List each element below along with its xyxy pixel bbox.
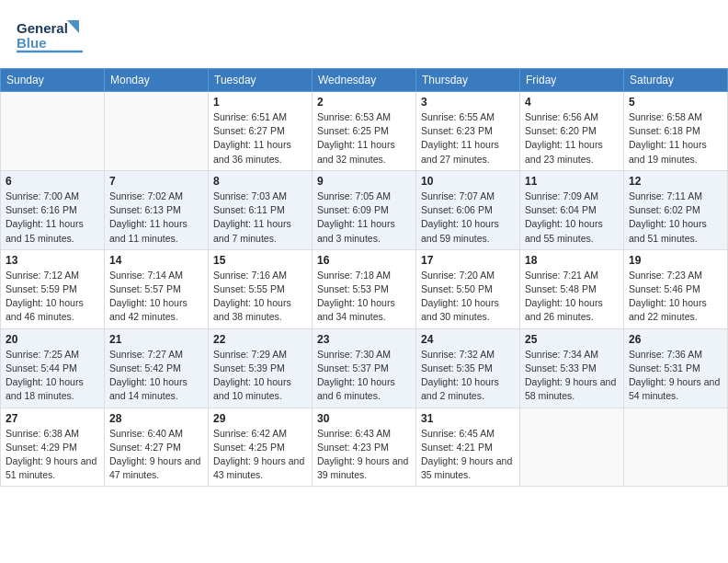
- calendar-table: SundayMondayTuesdayWednesdayThursdayFrid…: [0, 68, 728, 487]
- day-number: 14: [109, 254, 203, 267]
- day-info: Sunrise: 7:29 AMSunset: 5:39 PMDaylight:…: [213, 348, 307, 404]
- day-info: Sunrise: 6:42 AMSunset: 4:25 PMDaylight:…: [213, 427, 307, 483]
- page: General Blue SundayMondayTuesdayWednesda…: [0, 0, 728, 563]
- day-number: 29: [213, 412, 307, 425]
- weekday-header-saturday: Saturday: [624, 69, 728, 92]
- day-info: Sunrise: 6:38 AMSunset: 4:29 PMDaylight:…: [6, 427, 99, 483]
- day-info: Sunrise: 7:25 AMSunset: 5:44 PMDaylight:…: [6, 348, 99, 404]
- day-info: Sunrise: 7:18 AMSunset: 5:53 PMDaylight:…: [317, 269, 411, 325]
- day-info: Sunrise: 6:43 AMSunset: 4:23 PMDaylight:…: [317, 427, 411, 483]
- day-number: 5: [629, 96, 722, 109]
- calendar-cell: 7Sunrise: 7:02 AMSunset: 6:13 PMDaylight…: [105, 170, 209, 249]
- logo-icon: General Blue: [17, 13, 83, 57]
- day-number: 23: [317, 333, 411, 346]
- calendar-cell: 1Sunrise: 6:51 AMSunset: 6:27 PMDaylight…: [209, 92, 313, 171]
- calendar-cell: 18Sunrise: 7:21 AMSunset: 5:48 PMDayligh…: [520, 249, 624, 328]
- calendar-cell: 20Sunrise: 7:25 AMSunset: 5:44 PMDayligh…: [1, 328, 105, 408]
- day-number: 6: [6, 175, 99, 188]
- day-number: 9: [317, 175, 411, 188]
- day-info: Sunrise: 6:45 AMSunset: 4:21 PMDaylight:…: [421, 427, 515, 483]
- day-number: 11: [525, 175, 619, 188]
- day-info: Sunrise: 7:14 AMSunset: 5:57 PMDaylight:…: [109, 269, 203, 325]
- day-number: 13: [6, 254, 99, 267]
- day-number: 21: [109, 333, 203, 346]
- calendar-cell: 31Sunrise: 6:45 AMSunset: 4:21 PMDayligh…: [416, 408, 520, 487]
- calendar-cell: 17Sunrise: 7:20 AMSunset: 5:50 PMDayligh…: [416, 249, 520, 328]
- day-number: 12: [629, 175, 722, 188]
- day-info: Sunrise: 7:27 AMSunset: 5:42 PMDaylight:…: [109, 348, 203, 404]
- svg-text:General: General: [17, 20, 68, 36]
- calendar-cell: [520, 408, 624, 487]
- calendar-cell: 19Sunrise: 7:23 AMSunset: 5:46 PMDayligh…: [624, 249, 728, 328]
- day-number: 19: [629, 254, 722, 267]
- calendar-cell: [1, 92, 105, 171]
- day-number: 1: [213, 96, 307, 109]
- week-row-4: 20Sunrise: 7:25 AMSunset: 5:44 PMDayligh…: [1, 328, 728, 408]
- calendar-cell: [105, 92, 209, 171]
- day-info: Sunrise: 7:05 AMSunset: 6:09 PMDaylight:…: [317, 190, 411, 246]
- calendar-cell: 27Sunrise: 6:38 AMSunset: 4:29 PMDayligh…: [1, 408, 105, 487]
- day-number: 26: [629, 333, 722, 346]
- calendar-cell: 16Sunrise: 7:18 AMSunset: 5:53 PMDayligh…: [313, 249, 416, 328]
- calendar-cell: 21Sunrise: 7:27 AMSunset: 5:42 PMDayligh…: [105, 328, 209, 408]
- calendar-cell: 13Sunrise: 7:12 AMSunset: 5:59 PMDayligh…: [1, 249, 105, 328]
- day-info: Sunrise: 6:58 AMSunset: 6:18 PMDaylight:…: [629, 110, 722, 167]
- weekday-header-monday: Monday: [105, 69, 209, 92]
- weekday-header-wednesday: Wednesday: [313, 69, 416, 92]
- calendar-cell: 6Sunrise: 7:00 AMSunset: 6:16 PMDaylight…: [1, 170, 105, 249]
- calendar-cell: 8Sunrise: 7:03 AMSunset: 6:11 PMDaylight…: [209, 170, 313, 249]
- day-number: 16: [317, 254, 411, 267]
- day-info: Sunrise: 7:11 AMSunset: 6:02 PMDaylight:…: [629, 190, 722, 246]
- week-row-1: 1Sunrise: 6:51 AMSunset: 6:27 PMDaylight…: [1, 92, 728, 171]
- day-info: Sunrise: 7:07 AMSunset: 6:06 PMDaylight:…: [421, 190, 515, 246]
- day-number: 22: [213, 333, 307, 346]
- calendar-cell: 29Sunrise: 6:42 AMSunset: 4:25 PMDayligh…: [209, 408, 313, 487]
- svg-text:Blue: Blue: [17, 35, 47, 51]
- day-number: 8: [213, 175, 307, 188]
- day-info: Sunrise: 7:34 AMSunset: 5:33 PMDaylight:…: [525, 348, 619, 404]
- day-info: Sunrise: 7:02 AMSunset: 6:13 PMDaylight:…: [109, 190, 203, 246]
- day-number: 28: [109, 412, 203, 425]
- calendar-cell: 24Sunrise: 7:32 AMSunset: 5:35 PMDayligh…: [416, 328, 520, 408]
- calendar-cell: 2Sunrise: 6:53 AMSunset: 6:25 PMDaylight…: [313, 92, 416, 171]
- day-info: Sunrise: 6:51 AMSunset: 6:27 PMDaylight:…: [213, 110, 307, 167]
- day-number: 15: [213, 254, 307, 267]
- day-info: Sunrise: 6:40 AMSunset: 4:27 PMDaylight:…: [109, 427, 203, 483]
- day-number: 25: [525, 333, 619, 346]
- day-number: 27: [6, 412, 99, 425]
- day-number: 30: [317, 412, 411, 425]
- day-number: 10: [421, 175, 515, 188]
- day-info: Sunrise: 7:16 AMSunset: 5:55 PMDaylight:…: [213, 269, 307, 325]
- weekday-header-tuesday: Tuesday: [209, 69, 313, 92]
- day-number: 17: [421, 254, 515, 267]
- calendar-cell: 22Sunrise: 7:29 AMSunset: 5:39 PMDayligh…: [209, 328, 313, 408]
- weekday-header-row: SundayMondayTuesdayWednesdayThursdayFrid…: [1, 69, 728, 92]
- header: General Blue: [0, 0, 728, 68]
- calendar-cell: 5Sunrise: 6:58 AMSunset: 6:18 PMDaylight…: [624, 92, 728, 171]
- day-info: Sunrise: 7:21 AMSunset: 5:48 PMDaylight:…: [525, 269, 619, 325]
- calendar-cell: 4Sunrise: 6:56 AMSunset: 6:20 PMDaylight…: [520, 92, 624, 171]
- week-row-5: 27Sunrise: 6:38 AMSunset: 4:29 PMDayligh…: [1, 408, 728, 487]
- day-number: 18: [525, 254, 619, 267]
- calendar-cell: 26Sunrise: 7:36 AMSunset: 5:31 PMDayligh…: [624, 328, 728, 408]
- day-number: 4: [525, 96, 619, 109]
- day-number: 3: [421, 96, 515, 109]
- day-info: Sunrise: 7:20 AMSunset: 5:50 PMDaylight:…: [421, 269, 515, 325]
- calendar-cell: 10Sunrise: 7:07 AMSunset: 6:06 PMDayligh…: [416, 170, 520, 249]
- day-info: Sunrise: 7:09 AMSunset: 6:04 PMDaylight:…: [525, 190, 619, 246]
- day-number: 2: [317, 96, 411, 109]
- calendar-cell: 28Sunrise: 6:40 AMSunset: 4:27 PMDayligh…: [105, 408, 209, 487]
- day-info: Sunrise: 7:12 AMSunset: 5:59 PMDaylight:…: [6, 269, 99, 325]
- weekday-header-thursday: Thursday: [416, 69, 520, 92]
- day-info: Sunrise: 7:36 AMSunset: 5:31 PMDaylight:…: [629, 348, 722, 404]
- calendar-cell: 9Sunrise: 7:05 AMSunset: 6:09 PMDaylight…: [313, 170, 416, 249]
- weekday-header-sunday: Sunday: [1, 69, 105, 92]
- day-info: Sunrise: 6:53 AMSunset: 6:25 PMDaylight:…: [317, 110, 411, 167]
- day-info: Sunrise: 6:55 AMSunset: 6:23 PMDaylight:…: [421, 110, 515, 167]
- week-row-3: 13Sunrise: 7:12 AMSunset: 5:59 PMDayligh…: [1, 249, 728, 328]
- day-info: Sunrise: 7:32 AMSunset: 5:35 PMDaylight:…: [421, 348, 515, 404]
- calendar-cell: 23Sunrise: 7:30 AMSunset: 5:37 PMDayligh…: [313, 328, 416, 408]
- day-number: 7: [109, 175, 203, 188]
- calendar-cell: 14Sunrise: 7:14 AMSunset: 5:57 PMDayligh…: [105, 249, 209, 328]
- logo: General Blue: [17, 13, 83, 61]
